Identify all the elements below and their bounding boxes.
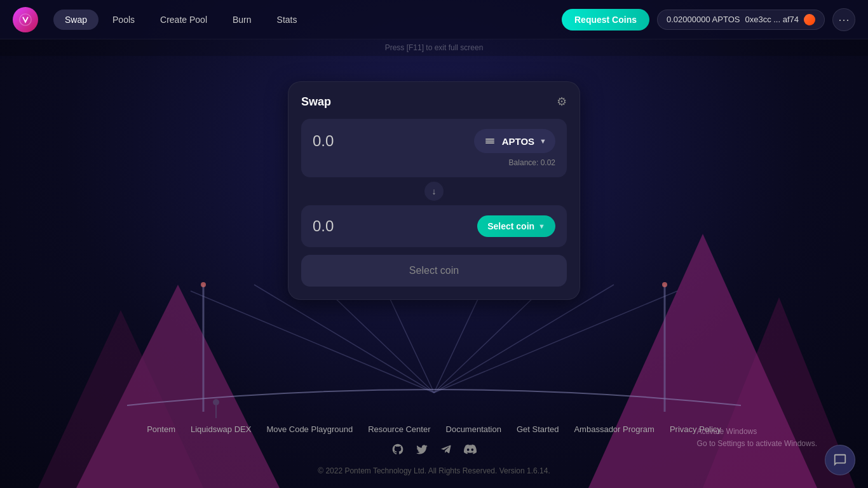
svg-line-4 xyxy=(434,291,677,393)
settings-icon: ⚙ xyxy=(557,95,567,108)
wallet-avatar xyxy=(804,14,815,25)
chat-button[interactable] xyxy=(825,445,855,475)
chat-icon xyxy=(833,453,847,467)
arrow-separator: ↓ xyxy=(301,180,567,203)
swap-direction-button[interactable]: ↓ xyxy=(423,180,445,203)
discord-icon[interactable] xyxy=(464,443,477,459)
wallet-balance-label: 0.02000000 APTOS xyxy=(667,15,740,24)
footer-link-liquidswap[interactable]: Liquidswap DEX xyxy=(191,424,251,434)
wallet-info[interactable]: 0.02000000 APTOS 0xe3cc ... af74 xyxy=(657,10,825,30)
from-token-row: APTOS ▼ xyxy=(313,129,555,153)
to-token-row: Select coin ▼ xyxy=(313,215,555,237)
svg-line-5 xyxy=(434,285,614,393)
footer: Pontem Liquidswap DEX Move Code Playgrou… xyxy=(0,412,868,488)
svg-rect-15 xyxy=(485,139,494,140)
settings-button[interactable]: ⚙ xyxy=(557,95,567,109)
footer-link-pontem[interactable]: Pontem xyxy=(147,424,175,434)
nav-links: Swap Pools Create Pool Burn Stats xyxy=(53,10,562,30)
nav-burn[interactable]: Burn xyxy=(221,10,263,30)
aptos-icon xyxy=(483,134,497,148)
footer-link-ambassador[interactable]: Ambassador Program xyxy=(574,424,654,434)
footer-link-docs[interactable]: Documentation xyxy=(446,424,501,434)
twitter-icon[interactable] xyxy=(416,443,428,459)
footer-link-move[interactable]: Move Code Playground xyxy=(266,424,353,434)
svg-point-12 xyxy=(213,399,219,405)
svg-rect-16 xyxy=(485,140,494,142)
from-token-label: APTOS xyxy=(502,136,534,147)
from-token-chevron: ▼ xyxy=(539,137,546,145)
to-token-box: Select coin ▼ xyxy=(301,205,567,247)
social-links xyxy=(13,443,855,459)
to-token-selector[interactable]: Select coin ▼ xyxy=(477,215,555,237)
nav-swap[interactable]: Swap xyxy=(53,10,98,30)
svg-rect-17 xyxy=(485,142,494,144)
swap-header: Swap ⚙ xyxy=(301,95,567,109)
github-icon[interactable] xyxy=(391,443,404,459)
footer-link-privacy[interactable]: Privacy Policy xyxy=(670,424,721,434)
svg-line-1 xyxy=(254,285,434,393)
to-amount-input[interactable] xyxy=(313,217,414,235)
request-coins-button[interactable]: Request Coins xyxy=(562,9,649,30)
more-menu-button[interactable]: ⋯ xyxy=(832,8,855,31)
telegram-icon[interactable] xyxy=(440,443,452,459)
from-amount-input[interactable] xyxy=(313,132,414,150)
swap-action-button[interactable]: Select coin xyxy=(301,255,567,287)
swap-title: Swap xyxy=(301,95,331,109)
nav-right: Request Coins 0.02000000 APTOS 0xe3cc ..… xyxy=(562,8,855,31)
from-balance: Balance: 0.02 xyxy=(313,158,555,167)
logo[interactable] xyxy=(13,7,38,32)
hint-bar: Press [F11] to exit full screen xyxy=(0,39,868,56)
footer-link-resource[interactable]: Resource Center xyxy=(368,424,430,434)
footer-copyright: © 2022 Pontem Technology Ltd. All Rights… xyxy=(13,466,855,475)
from-token-selector[interactable]: APTOS ▼ xyxy=(474,129,555,153)
arrow-down-icon: ↓ xyxy=(432,186,437,196)
from-token-box: APTOS ▼ Balance: 0.02 xyxy=(301,119,567,177)
swap-card: Swap ⚙ APTOS ▼ xyxy=(288,81,580,300)
footer-link-started[interactable]: Get Started xyxy=(517,424,559,434)
main-content: Swap ⚙ APTOS ▼ xyxy=(0,56,868,300)
to-token-chevron: ▼ xyxy=(538,222,545,230)
more-icon: ⋯ xyxy=(838,13,850,27)
hint-text: Press [F11] to exit full screen xyxy=(385,43,484,52)
nav-create-pool[interactable]: Create Pool xyxy=(149,10,219,30)
wallet-address-label: 0xe3cc ... af74 xyxy=(745,15,799,24)
select-coin-label: Select coin xyxy=(487,221,534,231)
svg-line-0 xyxy=(191,291,434,393)
footer-links: Pontem Liquidswap DEX Move Code Playgrou… xyxy=(13,424,855,434)
nav-pools[interactable]: Pools xyxy=(101,10,146,30)
navbar: Swap Pools Create Pool Burn Stats Reques… xyxy=(0,0,868,39)
nav-stats[interactable]: Stats xyxy=(266,10,309,30)
svg-point-14 xyxy=(20,13,31,25)
